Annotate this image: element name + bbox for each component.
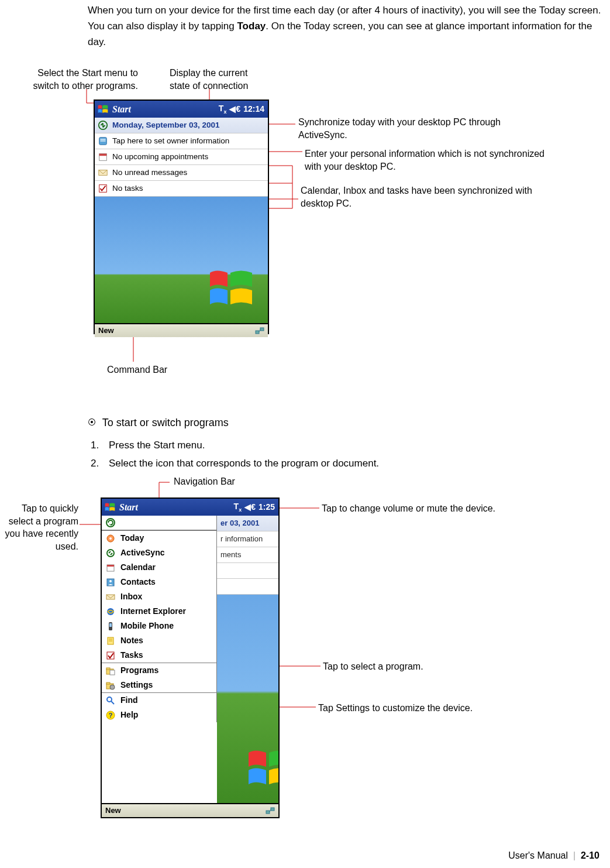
contacts-icon — [105, 577, 116, 588]
title-bar-2: Start Tx ◀€ 1:25 — [102, 499, 278, 516]
annot-sync-today: Synchronize today with your desktop PC t… — [298, 116, 532, 141]
messages-text: No unread messages — [112, 166, 187, 179]
command-bar: New — [95, 323, 268, 337]
antenna-icon[interactable]: Tx — [234, 500, 242, 514]
menu-item-tasks[interactable]: Tasks — [102, 648, 216, 663]
menu-item-settings[interactable]: Settings — [102, 678, 216, 692]
menu-item-calendar[interactable]: Calendar — [102, 560, 216, 575]
menu-item-inbox[interactable]: Inbox — [102, 589, 216, 604]
section-heading: ⦿ To start or switch programs — [88, 414, 556, 431]
owner-row[interactable]: Tap here to set owner information — [95, 133, 268, 149]
inbox-icon — [97, 167, 109, 179]
windows-flag-icon[interactable] — [104, 502, 116, 513]
title-bar: Start Tx ◀€ 12:14 — [95, 101, 268, 118]
inbox-icon — [105, 592, 116, 602]
menu-item-mobile-phone[interactable]: Mobile Phone — [102, 619, 216, 633]
menu-item-programs[interactable]: Programs — [102, 663, 216, 678]
programs-icon — [105, 665, 116, 676]
wallpaper — [95, 197, 268, 323]
page-footer: User's Manual | 2-10 — [508, 848, 599, 863]
today-bold: Today — [237, 20, 266, 32]
svg-rect-62 — [106, 682, 110, 684]
svg-rect-22 — [101, 139, 106, 139]
tasks-row[interactable]: No tasks — [95, 181, 268, 197]
owner-icon — [97, 135, 109, 147]
annot-command-bar: Command Bar — [107, 363, 201, 376]
owner-text: Tap here to set owner information — [112, 135, 229, 147]
page-number: 2-10 — [581, 850, 599, 860]
menu-item-find[interactable]: Find — [102, 693, 216, 708]
svg-point-63 — [110, 685, 115, 689]
new-button[interactable]: New — [98, 325, 114, 337]
speaker-icon[interactable]: ◀€ — [229, 102, 240, 115]
start-menu: Today ActiveSync Calendar Contacts Inbox… — [102, 516, 217, 722]
clock-time-2[interactable]: 1:25 — [259, 500, 275, 513]
ie-icon — [105, 606, 116, 617]
appointments-text: No upcoming appointments — [112, 150, 208, 163]
start-label[interactable]: Start — [112, 102, 131, 117]
menu-item-ie[interactable]: Internet Explorer — [102, 604, 216, 619]
svg-rect-60 — [110, 670, 115, 675]
annot-recent: Tap to quickly select a program you have… — [0, 502, 78, 553]
intro-paragraph: When you turn on your device for the fir… — [88, 2, 602, 50]
antenna-icon[interactable]: Tx — [219, 102, 227, 116]
svg-rect-29 — [260, 328, 264, 331]
annot-owner-info: Enter your personal information which is… — [305, 147, 550, 173]
background-today: er 03, 2001 r information ments — [217, 516, 278, 803]
annot-nav-bar: Navigation Bar — [174, 475, 235, 488]
speaker-icon[interactable]: ◀€ — [244, 500, 256, 513]
svg-rect-53 — [109, 623, 112, 627]
svg-rect-47 — [107, 565, 114, 567]
start-programs-section: ⦿ To start or switch programs Press the … — [88, 414, 556, 474]
svg-rect-25 — [99, 154, 107, 156]
menu-item-notes[interactable]: Notes — [102, 633, 216, 648]
annot-volume: Tap to change volume or mute the device. — [322, 502, 532, 515]
new-button-2[interactable]: New — [105, 805, 121, 817]
notes-icon — [105, 636, 116, 646]
svg-point-64 — [107, 697, 112, 702]
bg-appt-row: ments — [217, 547, 278, 563]
calendar-icon — [97, 151, 109, 163]
menu-item-activesync[interactable]: ActiveSync — [102, 545, 216, 560]
phone-icon — [105, 621, 116, 632]
connection-status-icon[interactable] — [266, 806, 275, 815]
command-bar-2: New — [102, 803, 278, 817]
help-icon: ? — [105, 710, 116, 721]
connection-status-icon[interactable] — [255, 326, 264, 335]
annot-connection: Display the current state of connection — [170, 67, 263, 92]
step-2: Select the icon that corresponds to the … — [102, 455, 556, 471]
menu-item-contacts[interactable]: Contacts — [102, 575, 216, 589]
annot-start-menu: Select the Start menu to switch to other… — [21, 67, 138, 92]
svg-rect-69 — [271, 808, 274, 811]
svg-rect-23 — [101, 140, 106, 141]
appointments-row[interactable]: No upcoming appointments — [95, 149, 268, 165]
svg-line-65 — [111, 701, 114, 704]
start-label-2[interactable]: Start — [119, 500, 138, 515]
annot-settings: Tap Settings to customize the device. — [318, 702, 529, 715]
annot-select-program: Tap to select a program. — [323, 660, 498, 673]
clock-time[interactable]: 12:14 — [243, 102, 264, 115]
sync-icon — [97, 119, 109, 131]
calendar-icon — [105, 562, 116, 573]
menu-item-today[interactable]: Today — [102, 531, 216, 545]
menu-item-help[interactable]: ?Help — [102, 708, 216, 722]
bg-date-row: er 03, 2001 — [217, 516, 278, 531]
windows-flag-icon[interactable] — [97, 104, 109, 115]
svg-rect-68 — [266, 811, 270, 814]
messages-row[interactable]: No unread messages — [95, 165, 268, 181]
settings-icon — [105, 680, 116, 691]
tasks-icon — [97, 183, 109, 194]
svg-point-49 — [109, 580, 112, 582]
start-menu-screen: Start Tx ◀€ 1:25 er 03, 2001 r informati… — [101, 498, 280, 818]
mru-row[interactable] — [102, 516, 216, 530]
windows-logo-icon — [246, 748, 278, 789]
svg-text:?: ? — [109, 712, 113, 719]
find-icon — [105, 695, 116, 706]
windows-logo-icon — [207, 268, 254, 309]
activesync-icon — [105, 548, 116, 558]
date-row[interactable]: Monday, September 03, 2001 — [95, 118, 268, 133]
today-screen: Start Tx ◀€ 12:14 Monday, September 03, … — [94, 100, 269, 334]
tasks-text: No tasks — [112, 182, 143, 195]
today-icon — [105, 533, 116, 544]
svg-rect-59 — [106, 668, 110, 670]
